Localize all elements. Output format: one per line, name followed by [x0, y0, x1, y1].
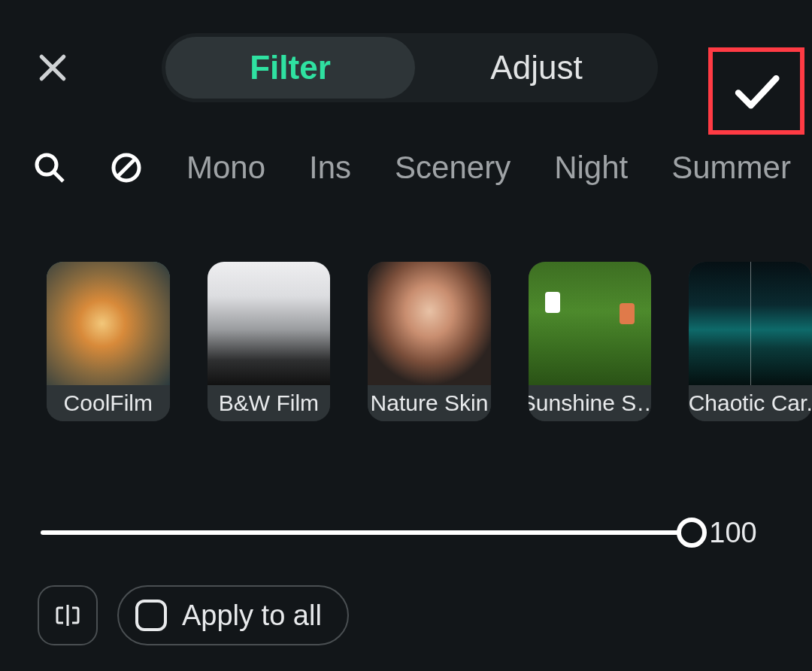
- filter-card-chaotic[interactable]: Chaotic Car.: [689, 262, 812, 421]
- close-icon: [37, 52, 68, 83]
- filter-label: Chaotic Car.: [689, 385, 812, 421]
- filter-thumb: [529, 262, 652, 385]
- category-night[interactable]: Night: [554, 150, 628, 186]
- compare-button[interactable]: [38, 585, 98, 645]
- tab-filter-label: Filter: [250, 49, 331, 87]
- svg-point-0: [37, 155, 56, 175]
- filter-label: CoolFilm: [47, 385, 170, 421]
- tab-filter[interactable]: Filter: [165, 37, 415, 99]
- search-button[interactable]: [33, 150, 66, 186]
- category-scenery[interactable]: Scenery: [395, 150, 511, 186]
- filter-thumb: [47, 262, 170, 385]
- apply-to-all-button[interactable]: Apply to all: [117, 585, 349, 645]
- slider-knob[interactable]: [677, 518, 707, 548]
- category-mono[interactable]: Mono: [186, 150, 265, 186]
- search-icon: [33, 151, 66, 184]
- checkbox-icon: [135, 600, 167, 631]
- category-summer[interactable]: Summer: [671, 150, 791, 186]
- tab-switch: Filter Adjust: [162, 33, 658, 102]
- category-row: Mono Ins Scenery Night Summer S: [0, 141, 812, 194]
- filter-list: CoolFilm B&W Film Nature Skin Sunshine S…: [0, 262, 812, 427]
- tab-adjust-label: Adjust: [490, 49, 582, 87]
- filter-card-bwfilm[interactable]: B&W Film: [208, 262, 331, 421]
- category-ins[interactable]: Ins: [309, 150, 351, 186]
- confirm-button[interactable]: [708, 47, 804, 135]
- filter-label: B&W Film: [208, 385, 331, 421]
- filter-thumb: [208, 262, 331, 385]
- tab-adjust[interactable]: Adjust: [415, 49, 658, 87]
- check-icon: [729, 64, 783, 118]
- filter-card-sunshine[interactable]: Sunshine S…: [529, 262, 652, 421]
- filter-thumb: [368, 262, 491, 385]
- slider-track[interactable]: [41, 530, 692, 535]
- apply-to-all-label: Apply to all: [182, 600, 322, 632]
- filter-thumb: [689, 262, 812, 385]
- filter-card-natureskin[interactable]: Nature Skin: [368, 262, 491, 421]
- filter-label: Sunshine S…: [529, 385, 652, 421]
- compare-icon: [53, 600, 83, 630]
- prohibit-icon: [110, 151, 143, 184]
- none-filter-button[interactable]: [110, 150, 143, 186]
- intensity-slider[interactable]: 100: [41, 510, 774, 555]
- filter-label: Nature Skin: [368, 385, 491, 421]
- close-button[interactable]: [30, 45, 75, 90]
- filter-card-coolfilm[interactable]: CoolFilm: [47, 262, 170, 421]
